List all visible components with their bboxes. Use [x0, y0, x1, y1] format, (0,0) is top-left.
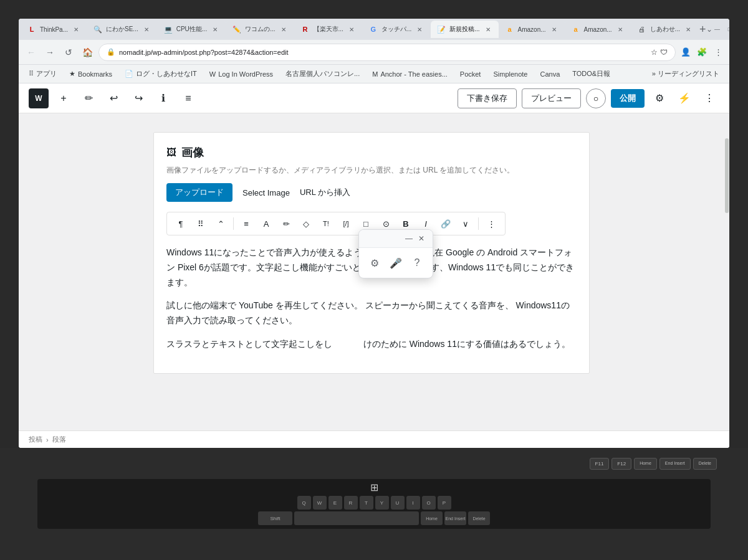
tab-amazon1[interactable]: a Amazon... ✕ [499, 21, 565, 38]
minimize-button[interactable]: — [713, 26, 721, 33]
bookmark-wp-login[interactable]: W Log In WordPress [204, 69, 278, 79]
pen-icon[interactable]: ✏ [277, 215, 295, 232]
align-icon[interactable]: ≡ [237, 215, 255, 232]
widget-close-button[interactable]: ✕ [415, 232, 428, 245]
tab-close-google[interactable]: ✕ [415, 25, 424, 34]
widget-minimize-button[interactable]: — [403, 232, 415, 245]
key-w[interactable]: W [313, 496, 327, 510]
tab-close-niwaka[interactable]: ✕ [142, 25, 151, 34]
move-icon[interactable]: ⌃ [212, 215, 229, 232]
bookmark-bookmarks[interactable]: ★ Bookmarks [64, 69, 117, 79]
tab-shiawase[interactable]: 🖨 しあわせ... ✕ [631, 21, 699, 38]
maximize-button[interactable]: □ [726, 26, 729, 33]
key-q[interactable]: Q [297, 496, 311, 510]
key-p[interactable]: P [438, 496, 451, 510]
key-o[interactable]: O [422, 496, 436, 510]
tab-rakuten[interactable]: R 【楽天市... ✕ [295, 21, 362, 38]
bookmark-apps[interactable]: ⠿ アプリ [24, 68, 62, 80]
more-options-button[interactable]: ⋮ [699, 88, 719, 108]
undo-button[interactable]: ↩ [103, 88, 123, 108]
bookmark-star-icon[interactable]: ☆ [651, 48, 658, 57]
font-icon[interactable]: A [257, 215, 275, 232]
address-input[interactable]: 🔒 nomadit.jp/wp-admin/post.php?post=4287… [98, 44, 676, 61]
key-r[interactable]: R [344, 496, 358, 510]
bookmark-simplenote[interactable]: Simplenote [488, 69, 532, 79]
new-tab-button[interactable]: + [699, 21, 706, 38]
tab-thinkpad[interactable]: L ThinkPa... ✕ [21, 21, 87, 38]
select-image-button[interactable]: Select Image [242, 188, 290, 197]
tab-close-rakuten[interactable]: ✕ [347, 25, 356, 34]
key-end[interactable]: End Insert [444, 511, 466, 525]
code-icon[interactable]: [/] [337, 215, 355, 232]
tools-button[interactable]: ✏ [79, 88, 98, 108]
tab-wacom[interactable]: ✏️ ワコムの... ✕ [226, 21, 294, 38]
profile-icon[interactable]: 👤 [679, 46, 692, 59]
tab-close-amazon1[interactable]: ✕ [550, 25, 559, 34]
lightning-button[interactable]: ⚡ [674, 88, 694, 108]
key-i[interactable]: I [406, 496, 420, 510]
key-e[interactable]: E [328, 496, 342, 510]
key-y[interactable]: Y [375, 496, 389, 510]
bookmark-pocket[interactable]: Pocket [455, 69, 486, 79]
tab-google[interactable]: G タッチパ... ✕ [363, 21, 430, 38]
save-draft-button[interactable]: 下書き保存 [458, 88, 517, 108]
more-toolbar-button[interactable]: ⋮ [482, 215, 500, 232]
key-shift[interactable]: Shift [258, 511, 292, 525]
tab-close-wacom[interactable]: ✕ [279, 25, 288, 34]
paragraph-icon[interactable]: ¶ [172, 215, 189, 232]
back-button[interactable]: ← [24, 45, 39, 60]
tab-close-shiawase[interactable]: ✕ [684, 25, 693, 34]
bookmark-anchor[interactable]: M Anchor - The easies... [367, 69, 453, 79]
tab-close-wp[interactable]: ✕ [484, 25, 492, 34]
forward-button[interactable]: → [42, 45, 57, 60]
widget-help-icon[interactable]: ? [408, 254, 426, 272]
key-f11[interactable]: F11 [590, 458, 610, 470]
drag-icon[interactable]: ⠿ [192, 215, 209, 232]
tab-amazon2[interactable]: a Amazon... ✕ [565, 21, 631, 38]
url-insert-button[interactable]: URL から挿入 [300, 187, 350, 198]
text-icon[interactable]: T! [317, 215, 335, 232]
bookmark-log[interactable]: 📄 ログ・しあわせなIT [120, 68, 202, 80]
key-t[interactable]: T [360, 496, 373, 510]
home-button[interactable]: 🏠 [80, 45, 95, 60]
windows-start-button[interactable]: ⊞ [367, 480, 381, 495]
tab-close-cpu[interactable]: ✕ [211, 25, 219, 34]
key-u[interactable]: U [391, 496, 405, 510]
tab-close-thinkpad[interactable]: ✕ [72, 25, 80, 34]
scrollbar[interactable] [724, 113, 729, 430]
widget-mic-icon[interactable]: 🎤 [387, 254, 405, 272]
key-home2[interactable]: Home [634, 458, 657, 470]
key-delete[interactable]: Delete [468, 511, 490, 525]
publish-button[interactable]: 公開 [611, 89, 645, 108]
key-delete2[interactable]: Delete [693, 458, 717, 470]
tab-cpu[interactable]: 💻 CPU性能... ✕ [158, 21, 226, 38]
extensions-icon[interactable]: 🧩 [696, 46, 708, 59]
bookmark-nagoya[interactable]: 名古屋個人パソコンレ... [280, 68, 365, 80]
tab-niwaka[interactable]: 🔍 にわかSE... ✕ [87, 21, 157, 38]
chevron-down-icon[interactable]: ∨ [457, 215, 474, 232]
reload-button[interactable]: ↺ [61, 45, 76, 60]
widget-settings-icon[interactable]: ⚙ [366, 254, 383, 272]
redo-button[interactable]: ↪ [128, 88, 148, 108]
toggle-button[interactable]: ○ [586, 88, 606, 108]
key-space[interactable] [294, 511, 419, 525]
bookmark-todo[interactable]: TODO&日報 [567, 68, 615, 80]
key-f12[interactable]: F12 [611, 458, 631, 470]
add-block-button[interactable]: + [54, 88, 74, 108]
scrollbar-thumb[interactable] [725, 138, 729, 213]
menu-icon[interactable]: ⋮ [712, 46, 724, 59]
tag-icon[interactable]: ◇ [297, 215, 315, 232]
link-icon[interactable]: 🔗 [437, 215, 454, 232]
tab-wp-edit[interactable]: 📝 新規投稿... ✕ [431, 21, 498, 38]
tab-close-amazon2[interactable]: ✕ [616, 25, 625, 34]
preview-button[interactable]: プレビュー [522, 88, 581, 108]
key-home[interactable]: Home [421, 511, 443, 525]
tab-overflow-button[interactable]: ⌄ [706, 21, 712, 38]
details-button[interactable]: ℹ [153, 88, 173, 108]
bookmark-canva[interactable]: Canva [535, 69, 565, 79]
list-view-button[interactable]: ≡ [178, 88, 198, 108]
upload-button[interactable]: アップロード [166, 183, 233, 202]
settings-button[interactable]: ⚙ [650, 88, 669, 108]
bookmark-reading-list[interactable]: » リーディングリスト [647, 68, 724, 80]
key-end2[interactable]: End Insert [659, 458, 691, 470]
